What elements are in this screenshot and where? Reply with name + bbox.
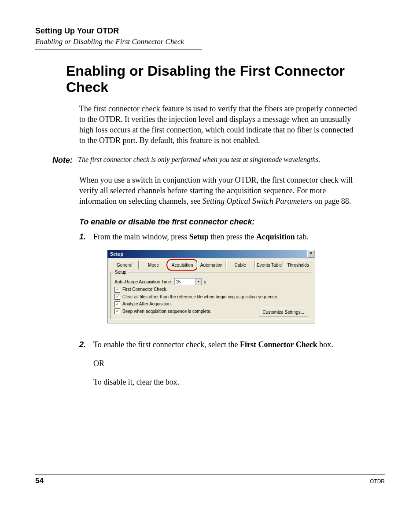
- beep-label: Beep when acquisition sequence is comple…: [122, 308, 211, 315]
- step-number: 2.: [79, 339, 93, 395]
- first-connector-check-keyword: First Connector Check: [240, 340, 317, 349]
- page-number: 54: [35, 477, 44, 485]
- clear-files-checkbox[interactable]: ✓: [114, 294, 120, 300]
- step-2-text-b: To disable it, clear the box.: [93, 377, 361, 387]
- tab-acquisition[interactable]: Acquisition: [168, 261, 196, 269]
- customize-settings-button[interactable]: Customize Settings...: [259, 308, 308, 316]
- page-footer: 54 OTDR: [35, 474, 385, 485]
- dialog-title-text: Setup: [110, 251, 124, 257]
- first-connector-checkbox[interactable]: ✓: [114, 287, 120, 293]
- clear-files-label: Clear all files other than the reference…: [122, 294, 278, 300]
- setup-dialog: Setup × General Mode Acquisition: [107, 250, 315, 323]
- switch-cross-ref: Setting Optical Switch Parameters: [203, 197, 312, 205]
- step-2: 2. To enable the first connector check, …: [79, 339, 361, 395]
- close-icon[interactable]: ×: [307, 250, 314, 257]
- switch-paragraph: When you use a switch in conjunction wit…: [79, 175, 361, 207]
- analyze-checkbox[interactable]: ✓: [114, 301, 120, 307]
- auto-range-unit: s: [204, 279, 206, 285]
- step-1-text: From the main window, press Setup then p…: [93, 231, 361, 242]
- tab-row: General Mode Acquisition Automation Cabl…: [111, 261, 312, 269]
- auto-range-select[interactable]: 15 ▾: [174, 278, 202, 285]
- analyze-label: Analyze After Acquisition.: [122, 301, 172, 307]
- tab-general[interactable]: General: [111, 261, 139, 269]
- switch-text-b: on page 88.: [312, 197, 351, 205]
- tab-events-table[interactable]: Events Table: [255, 261, 284, 269]
- tab-thresholds[interactable]: Thresholds: [284, 261, 312, 269]
- note-text: The first connector check is only perfor…: [78, 156, 385, 165]
- step-2-text-a: To enable the first connector check, sel…: [93, 339, 361, 350]
- dialog-titlebar: Setup ×: [107, 250, 315, 258]
- running-header-section: Enabling or Disabling the First Connecto…: [35, 37, 202, 50]
- step-number: 1.: [79, 231, 93, 332]
- auto-range-label: Auto-Range Acquisition Time:: [114, 279, 172, 285]
- intro-paragraph: The first connector check feature is use…: [79, 103, 361, 146]
- page-title: Enabling or Disabling the First Connecto…: [66, 63, 352, 95]
- tab-cable[interactable]: Cable: [226, 261, 254, 269]
- beep-checkbox[interactable]: ✓: [114, 308, 120, 314]
- group-label: Setup: [114, 269, 128, 275]
- tab-mode[interactable]: Mode: [140, 261, 168, 269]
- setup-group: Setup Auto-Range Acquisition Time: 15 ▾ …: [111, 272, 312, 319]
- step-1: 1. From the main window, press Setup the…: [79, 231, 361, 332]
- running-header-chapter: Setting Up Your OTDR: [35, 26, 385, 36]
- tab-automation[interactable]: Automation: [197, 261, 225, 269]
- note-label: Note:: [35, 156, 78, 165]
- first-connector-label: First Connector Check.: [122, 286, 167, 293]
- step-2-or: OR: [93, 358, 361, 369]
- acquisition-keyword: Acquisition: [256, 232, 295, 241]
- procedure-heading: To enable or disable the first connector…: [79, 216, 361, 227]
- setup-keyword: Setup: [189, 232, 209, 241]
- chevron-down-icon: ▾: [195, 279, 201, 285]
- product-name: OTDR: [370, 478, 385, 484]
